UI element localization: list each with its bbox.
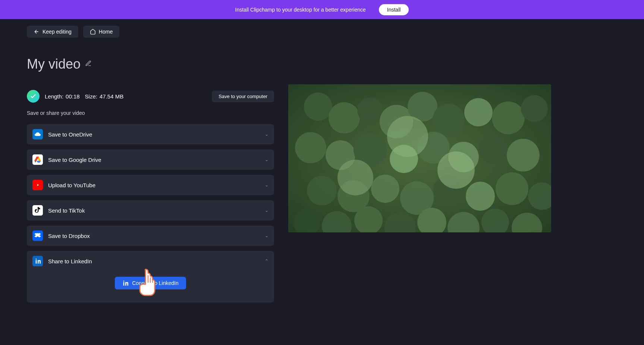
page-title: My video [27,56,81,72]
onedrive-label: Save to OneDrive [48,131,265,138]
tiktok-icon [32,205,43,216]
home-icon [90,29,96,35]
left-panel: My video Length: 00:18 Size: 47.54 MB Sa… [27,56,274,302]
chevron-down-icon: ⌄ [265,157,268,162]
svg-point-24 [466,182,495,211]
dropbox-label: Save to Dropbox [48,233,265,239]
linkedin-icon [32,256,43,266]
svg-point-3 [329,102,360,134]
svg-point-4 [357,97,383,123]
youtube-icon [32,180,43,190]
linkedin-header[interactable]: Share to LinkedIn ⌃ [27,251,274,271]
svg-point-21 [371,175,399,203]
banner-message: Install Clipchamp to your desktop for a … [235,7,366,13]
pointer-cursor-overlay [134,269,157,299]
svg-point-8 [464,98,493,126]
video-info-row: Length: 00:18 Size: 47.54 MB Save to you… [27,90,274,103]
dropbox-icon [32,230,43,241]
linkedin-label: Share to LinkedIn [48,258,265,264]
linkedin-small-icon [122,280,128,286]
length-label: Length: [45,93,63,100]
edit-title-icon[interactable] [85,60,92,68]
arrow-left-icon [34,29,40,35]
keep-editing-button[interactable]: Keep editing [27,26,78,38]
chevron-down-icon: ⌄ [265,208,268,213]
share-item-youtube[interactable]: Upload to YouTube ⌄ [27,175,274,195]
title-row: My video [27,56,274,72]
chevron-down-icon: ⌄ [265,132,268,137]
right-panel [282,56,617,302]
video-preview[interactable] [288,84,551,232]
nav-bar: Keep editing Home [0,19,644,38]
install-banner: Install Clipchamp to your desktop for a … [0,0,644,19]
youtube-label: Upload to YouTube [48,182,265,188]
size-value: 47.54 MB [100,93,123,100]
share-item-gdrive[interactable]: Save to Google Drive ⌄ [27,150,274,170]
check-icon [30,93,37,100]
svg-point-9 [492,101,525,134]
share-item-onedrive[interactable]: Save to OneDrive ⌄ [27,124,274,144]
svg-point-37 [337,160,373,195]
forest-thumbnail [288,84,551,232]
svg-point-18 [507,139,540,172]
share-item-dropbox[interactable]: Save to Dropbox ⌄ [27,226,274,246]
home-label: Home [99,29,113,35]
svg-point-36 [437,151,475,189]
onedrive-icon [32,129,43,139]
svg-point-19 [307,176,337,206]
home-button[interactable]: Home [83,26,119,38]
svg-point-11 [295,132,326,163]
svg-point-17 [479,135,508,164]
svg-point-10 [521,95,548,122]
success-badge [27,90,40,103]
gdrive-label: Save to Google Drive [48,157,265,163]
svg-point-2 [304,92,332,121]
tiktok-label: Send to TikTok [48,207,265,214]
svg-point-25 [496,172,528,205]
length-value: 00:18 [66,93,80,100]
chevron-down-icon: ⌄ [265,182,268,188]
keep-editing-label: Keep editing [43,29,72,35]
chevron-down-icon: ⌄ [265,233,268,238]
size-label: Size: [85,93,97,100]
main-content: My video Length: 00:18 Size: 47.54 MB Sa… [0,38,644,302]
save-computer-button[interactable]: Save to your computer [212,91,274,102]
svg-point-7 [433,104,465,136]
share-section-label: Save or share your video [27,110,274,116]
gdrive-icon [32,154,43,165]
share-item-tiktok[interactable]: Send to TikTok ⌄ [27,200,274,220]
svg-point-35 [387,116,428,157]
install-button[interactable]: Install [379,4,409,15]
chevron-up-icon: ⌃ [265,258,268,264]
